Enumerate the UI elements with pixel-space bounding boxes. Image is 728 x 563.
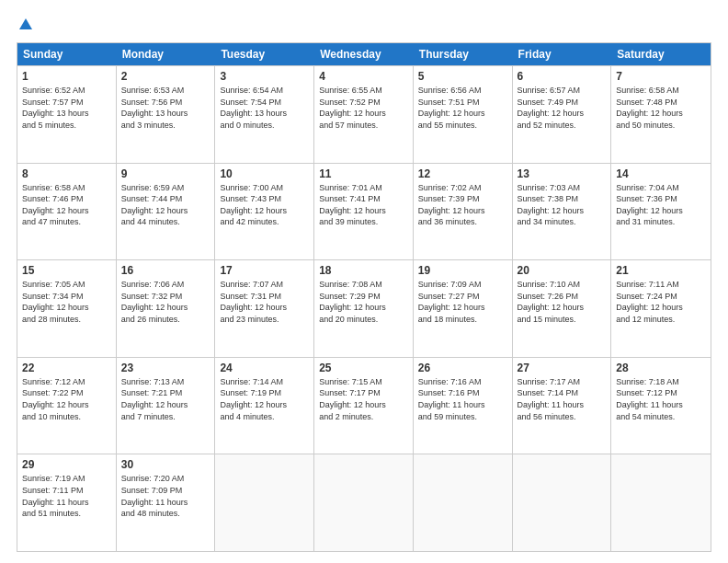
day-info: Sunrise: 6:59 AM Sunset: 7:44 PM Dayligh… bbox=[121, 182, 210, 228]
day-info: Sunrise: 7:14 AM Sunset: 7:19 PM Dayligh… bbox=[220, 376, 309, 422]
day-number: 25 bbox=[319, 362, 408, 374]
logo-text bbox=[17, 17, 35, 33]
day-info: Sunrise: 6:52 AM Sunset: 7:57 PM Dayligh… bbox=[22, 85, 111, 131]
calendar-cell: 6Sunrise: 6:57 AM Sunset: 7:49 PM Daylig… bbox=[513, 66, 612, 163]
header bbox=[17, 17, 711, 33]
header-day-tuesday: Tuesday bbox=[215, 43, 314, 65]
calendar-cell: 10Sunrise: 7:00 AM Sunset: 7:43 PM Dayli… bbox=[215, 164, 314, 260]
calendar-cell: 30Sunrise: 7:20 AM Sunset: 7:09 PM Dayli… bbox=[117, 454, 216, 551]
day-info: Sunrise: 7:08 AM Sunset: 7:29 PM Dayligh… bbox=[319, 279, 408, 325]
calendar-cell: 17Sunrise: 7:07 AM Sunset: 7:31 PM Dayli… bbox=[215, 260, 314, 357]
calendar: SundayMondayTuesdayWednesdayThursdayFrid… bbox=[17, 42, 711, 552]
day-info: Sunrise: 7:20 AM Sunset: 7:09 PM Dayligh… bbox=[121, 473, 210, 519]
header-day-thursday: Thursday bbox=[414, 43, 513, 65]
calendar-cell: 4Sunrise: 6:55 AM Sunset: 7:52 PM Daylig… bbox=[314, 66, 414, 163]
logo bbox=[17, 17, 35, 33]
calendar-cell: 22Sunrise: 7:12 AM Sunset: 7:22 PM Dayli… bbox=[17, 358, 117, 454]
day-info: Sunrise: 7:15 AM Sunset: 7:17 PM Dayligh… bbox=[319, 376, 408, 422]
calendar-cell: 5Sunrise: 6:56 AM Sunset: 7:51 PM Daylig… bbox=[414, 66, 513, 163]
svg-marker-0 bbox=[19, 18, 32, 29]
day-number: 27 bbox=[518, 362, 607, 374]
header-day-monday: Monday bbox=[117, 43, 216, 65]
day-number: 1 bbox=[22, 70, 111, 83]
calendar-cell: 23Sunrise: 7:13 AM Sunset: 7:21 PM Dayli… bbox=[117, 358, 216, 454]
calendar-cell: 25Sunrise: 7:15 AM Sunset: 7:17 PM Dayli… bbox=[314, 358, 414, 454]
calendar-cell: 20Sunrise: 7:10 AM Sunset: 7:26 PM Dayli… bbox=[513, 260, 612, 357]
day-number: 12 bbox=[418, 167, 507, 180]
day-number: 28 bbox=[616, 362, 706, 374]
calendar-cell: 21Sunrise: 7:11 AM Sunset: 7:24 PM Dayli… bbox=[611, 260, 711, 357]
day-info: Sunrise: 7:17 AM Sunset: 7:14 PM Dayligh… bbox=[518, 376, 607, 422]
header-day-wednesday: Wednesday bbox=[314, 43, 414, 65]
calendar-cell: 7Sunrise: 6:58 AM Sunset: 7:48 PM Daylig… bbox=[611, 66, 711, 163]
header-day-sunday: Sunday bbox=[17, 43, 117, 65]
day-info: Sunrise: 7:18 AM Sunset: 7:12 PM Dayligh… bbox=[616, 376, 706, 422]
calendar-cell: 13Sunrise: 7:03 AM Sunset: 7:38 PM Dayli… bbox=[513, 164, 612, 260]
header-day-friday: Friday bbox=[513, 43, 612, 65]
day-info: Sunrise: 7:13 AM Sunset: 7:21 PM Dayligh… bbox=[121, 376, 210, 422]
day-number: 20 bbox=[518, 264, 607, 277]
day-info: Sunrise: 7:11 AM Sunset: 7:24 PM Dayligh… bbox=[616, 279, 706, 325]
calendar-row-2: 8Sunrise: 6:58 AM Sunset: 7:46 PM Daylig… bbox=[17, 163, 711, 260]
day-info: Sunrise: 6:53 AM Sunset: 7:56 PM Dayligh… bbox=[121, 85, 210, 131]
calendar-cell: 29Sunrise: 7:19 AM Sunset: 7:11 PM Dayli… bbox=[17, 454, 117, 551]
day-info: Sunrise: 7:07 AM Sunset: 7:31 PM Dayligh… bbox=[220, 279, 309, 325]
day-number: 14 bbox=[616, 167, 706, 180]
day-info: Sunrise: 7:19 AM Sunset: 7:11 PM Dayligh… bbox=[22, 473, 111, 519]
calendar-cell bbox=[611, 454, 711, 551]
calendar-cell: 16Sunrise: 7:06 AM Sunset: 7:32 PM Dayli… bbox=[117, 260, 216, 357]
day-info: Sunrise: 6:54 AM Sunset: 7:54 PM Dayligh… bbox=[220, 85, 309, 131]
day-number: 4 bbox=[319, 70, 408, 83]
day-info: Sunrise: 7:16 AM Sunset: 7:16 PM Dayligh… bbox=[418, 376, 507, 422]
day-info: Sunrise: 7:00 AM Sunset: 7:43 PM Dayligh… bbox=[220, 182, 309, 228]
day-info: Sunrise: 7:01 AM Sunset: 7:41 PM Dayligh… bbox=[319, 182, 408, 228]
logo-icon bbox=[17, 17, 34, 33]
day-info: Sunrise: 7:06 AM Sunset: 7:32 PM Dayligh… bbox=[121, 279, 210, 325]
day-info: Sunrise: 6:58 AM Sunset: 7:46 PM Dayligh… bbox=[22, 182, 111, 228]
calendar-cell: 27Sunrise: 7:17 AM Sunset: 7:14 PM Dayli… bbox=[513, 358, 612, 454]
calendar-cell: 11Sunrise: 7:01 AM Sunset: 7:41 PM Dayli… bbox=[314, 164, 414, 260]
day-info: Sunrise: 7:12 AM Sunset: 7:22 PM Dayligh… bbox=[22, 376, 111, 422]
day-number: 11 bbox=[319, 167, 408, 180]
day-number: 17 bbox=[220, 264, 309, 277]
day-number: 23 bbox=[121, 362, 210, 374]
day-number: 26 bbox=[418, 362, 507, 374]
day-number: 3 bbox=[220, 70, 309, 83]
day-info: Sunrise: 7:04 AM Sunset: 7:36 PM Dayligh… bbox=[616, 182, 706, 228]
day-number: 5 bbox=[418, 70, 507, 83]
day-number: 10 bbox=[220, 167, 309, 180]
day-number: 16 bbox=[121, 264, 210, 277]
calendar-cell: 3Sunrise: 6:54 AM Sunset: 7:54 PM Daylig… bbox=[215, 66, 314, 163]
calendar-cell: 18Sunrise: 7:08 AM Sunset: 7:29 PM Dayli… bbox=[314, 260, 414, 357]
calendar-header: SundayMondayTuesdayWednesdayThursdayFrid… bbox=[17, 43, 711, 65]
calendar-row-4: 22Sunrise: 7:12 AM Sunset: 7:22 PM Dayli… bbox=[17, 357, 711, 454]
calendar-cell: 24Sunrise: 7:14 AM Sunset: 7:19 PM Dayli… bbox=[215, 358, 314, 454]
day-number: 21 bbox=[616, 264, 706, 277]
day-number: 30 bbox=[121, 458, 210, 471]
day-number: 8 bbox=[22, 167, 111, 180]
calendar-cell bbox=[215, 454, 314, 551]
day-info: Sunrise: 7:10 AM Sunset: 7:26 PM Dayligh… bbox=[518, 279, 607, 325]
calendar-cell: 26Sunrise: 7:16 AM Sunset: 7:16 PM Dayli… bbox=[414, 358, 513, 454]
day-number: 2 bbox=[121, 70, 210, 83]
day-info: Sunrise: 7:02 AM Sunset: 7:39 PM Dayligh… bbox=[418, 182, 507, 228]
calendar-cell bbox=[314, 454, 414, 551]
day-info: Sunrise: 6:56 AM Sunset: 7:51 PM Dayligh… bbox=[418, 85, 507, 131]
calendar-cell: 1Sunrise: 6:52 AM Sunset: 7:57 PM Daylig… bbox=[17, 66, 117, 163]
day-number: 22 bbox=[22, 362, 111, 374]
page: SundayMondayTuesdayWednesdayThursdayFrid… bbox=[0, 0, 728, 563]
day-info: Sunrise: 7:09 AM Sunset: 7:27 PM Dayligh… bbox=[418, 279, 507, 325]
day-number: 24 bbox=[220, 362, 309, 374]
day-number: 29 bbox=[22, 458, 111, 471]
calendar-cell: 2Sunrise: 6:53 AM Sunset: 7:56 PM Daylig… bbox=[117, 66, 216, 163]
calendar-cell: 12Sunrise: 7:02 AM Sunset: 7:39 PM Dayli… bbox=[414, 164, 513, 260]
day-info: Sunrise: 7:05 AM Sunset: 7:34 PM Dayligh… bbox=[22, 279, 111, 325]
day-number: 7 bbox=[616, 70, 706, 83]
calendar-cell bbox=[414, 454, 513, 551]
calendar-cell: 28Sunrise: 7:18 AM Sunset: 7:12 PM Dayli… bbox=[611, 358, 711, 454]
calendar-cell: 19Sunrise: 7:09 AM Sunset: 7:27 PM Dayli… bbox=[414, 260, 513, 357]
calendar-row-1: 1Sunrise: 6:52 AM Sunset: 7:57 PM Daylig… bbox=[17, 65, 711, 163]
calendar-cell: 14Sunrise: 7:04 AM Sunset: 7:36 PM Dayli… bbox=[611, 164, 711, 260]
day-number: 6 bbox=[518, 70, 607, 83]
calendar-row-3: 15Sunrise: 7:05 AM Sunset: 7:34 PM Dayli… bbox=[17, 259, 711, 357]
